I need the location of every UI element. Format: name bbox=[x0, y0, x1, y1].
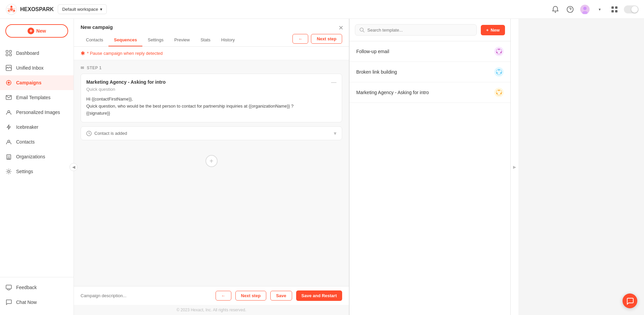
tab-stats[interactable]: Stats bbox=[195, 34, 216, 46]
svg-rect-12 bbox=[611, 6, 614, 9]
campaign-header: New campaig ✕ Contacts Sequences Setting… bbox=[74, 19, 349, 47]
campaign-panel: New campaig ✕ Contacts Sequences Setting… bbox=[74, 19, 349, 315]
new-template-label: New bbox=[491, 28, 500, 33]
apps-grid-icon[interactable] bbox=[609, 4, 620, 15]
template-name: Broken link building bbox=[356, 69, 397, 75]
campaign-description-input[interactable] bbox=[81, 293, 212, 298]
svg-rect-14 bbox=[611, 10, 614, 12]
template-name: Follow-up email bbox=[356, 49, 389, 54]
svg-rect-13 bbox=[615, 6, 617, 9]
sidebar-item-dashboard[interactable]: Dashboard bbox=[0, 46, 74, 61]
arrow-left-icon: ← bbox=[298, 36, 303, 41]
tab-settings[interactable]: Settings bbox=[142, 34, 169, 46]
tab-history[interactable]: History bbox=[216, 34, 240, 46]
contact-icon bbox=[5, 139, 12, 145]
mail-icon bbox=[5, 94, 12, 101]
step-card-subtitle: Quick question bbox=[86, 87, 336, 92]
new-template-button[interactable]: + New bbox=[481, 25, 505, 35]
footer-next-step-button[interactable]: Next step bbox=[235, 291, 267, 301]
svg-point-25 bbox=[8, 111, 10, 113]
sidebar-item-contacts[interactable]: Contacts bbox=[0, 134, 74, 149]
search-box bbox=[355, 24, 477, 36]
chat-icon bbox=[5, 299, 12, 306]
arrow-left-icon: ← bbox=[221, 293, 226, 298]
tab-contacts[interactable]: Contacts bbox=[81, 34, 108, 46]
sidebar-item-campaigns[interactable]: Campaigns bbox=[0, 75, 74, 90]
add-step-button[interactable]: + bbox=[205, 155, 218, 167]
svg-point-3 bbox=[13, 10, 15, 12]
clock-icon bbox=[86, 131, 92, 136]
svg-point-33 bbox=[8, 170, 10, 172]
template-item[interactable]: Marketing Agency - Asking for intro bbox=[350, 82, 510, 103]
prev-step-button[interactable]: ← bbox=[292, 34, 308, 44]
footer-prev-button[interactable]: ← bbox=[216, 291, 231, 301]
svg-point-2 bbox=[10, 6, 12, 8]
sidebar-item-chat-now[interactable]: Chat Now bbox=[0, 295, 74, 310]
svg-point-41 bbox=[496, 52, 498, 53]
envelope-icon: ✉ bbox=[81, 66, 84, 70]
sidebar-label: Personalized Images bbox=[16, 110, 60, 115]
notification-icon[interactable] bbox=[550, 4, 561, 15]
feedback-icon bbox=[5, 284, 12, 291]
sidebar-item-icebreaker[interactable]: Icebreaker bbox=[0, 120, 74, 134]
toggle-knob bbox=[631, 6, 638, 13]
sidebar-item-settings[interactable]: Settings bbox=[0, 164, 74, 179]
new-button[interactable]: + New bbox=[5, 24, 68, 38]
sidebar-item-personalized-images[interactable]: Personalized Images bbox=[0, 105, 74, 120]
svg-point-5 bbox=[10, 8, 13, 11]
template-name: Marketing Agency - Asking for intro bbox=[356, 90, 429, 95]
next-step-label: Next step bbox=[317, 36, 336, 41]
gear-icon bbox=[5, 168, 12, 175]
avatar[interactable] bbox=[580, 4, 590, 15]
template-icon bbox=[494, 47, 504, 56]
sidebar-item-feedback[interactable]: Feedback bbox=[0, 280, 74, 295]
main-layout: + New Dashboard bbox=[0, 19, 644, 315]
svg-point-47 bbox=[498, 90, 500, 91]
search-input[interactable] bbox=[367, 28, 472, 33]
save-restart-button[interactable]: Save and Restart bbox=[296, 290, 342, 301]
sidebar-label: Unified Inbox bbox=[16, 65, 44, 71]
svg-point-40 bbox=[500, 52, 502, 53]
sidebar-navigation: Dashboard Unified Inbox bbox=[0, 43, 74, 277]
svg-rect-27 bbox=[7, 155, 11, 159]
svg-point-39 bbox=[498, 49, 500, 50]
save-button[interactable]: Save bbox=[270, 291, 292, 301]
svg-point-44 bbox=[500, 72, 502, 74]
sidebar-label: Feedback bbox=[16, 285, 37, 290]
svg-point-49 bbox=[496, 93, 498, 94]
footer-next-label: Next step bbox=[241, 293, 261, 298]
next-step-button[interactable]: Next step bbox=[311, 34, 342, 44]
step-label: ✉ STEP 1 bbox=[81, 66, 342, 70]
tab-sequences[interactable]: Sequences bbox=[108, 34, 142, 46]
right-panel-expand[interactable]: ▶ bbox=[510, 19, 518, 315]
top-navigation: HEXOSPARK Default workspace ▾ bbox=[0, 0, 644, 19]
step-card-title: Marketing Agency - Asking for intro bbox=[86, 79, 166, 85]
campaign-tabs: Contacts Sequences Settings Preview Stat… bbox=[81, 34, 240, 46]
template-item[interactable]: Follow-up email bbox=[350, 41, 510, 62]
trigger-row[interactable]: Contact is added ▾ bbox=[81, 126, 342, 140]
save-restart-label: Save and Restart bbox=[302, 293, 337, 298]
new-button-label: New bbox=[36, 28, 46, 34]
chevron-down-icon[interactable]: ▾ bbox=[594, 4, 605, 15]
sidebar-label: Dashboard bbox=[16, 50, 39, 56]
workspace-selector[interactable]: Default workspace ▾ bbox=[58, 4, 107, 14]
sidebar-collapse-button[interactable]: ◀ bbox=[70, 163, 78, 171]
sidebar-item-email-templates[interactable]: Email Templates bbox=[0, 90, 74, 105]
sidebar-label: Icebreaker bbox=[16, 124, 38, 130]
chevron-right-icon: ▶ bbox=[513, 165, 516, 169]
sidebar-item-organizations[interactable]: Organizations bbox=[0, 149, 74, 164]
chat-bubble-button[interactable] bbox=[623, 293, 637, 308]
template-item[interactable]: Broken link building bbox=[350, 62, 510, 82]
sequence-content: ✉ STEP 1 Marketing Agency - Asking for i… bbox=[74, 60, 349, 286]
workspace-label: Default workspace bbox=[62, 7, 98, 12]
help-icon[interactable] bbox=[565, 4, 576, 15]
close-icon[interactable]: ✕ bbox=[338, 24, 343, 32]
sidebar-label: Chat Now bbox=[16, 300, 37, 305]
theme-toggle[interactable] bbox=[624, 5, 639, 13]
sidebar-item-unified-inbox[interactable]: Unified Inbox bbox=[0, 61, 74, 75]
sidebar-bottom: Feedback Chat Now bbox=[0, 277, 74, 315]
nav-left: HEXOSPARK Default workspace ▾ bbox=[5, 3, 107, 15]
campaign-footer-controls: ← Next step Save Save and Restart bbox=[74, 286, 349, 305]
minimize-icon[interactable]: — bbox=[331, 79, 336, 85]
tab-preview[interactable]: Preview bbox=[169, 34, 195, 46]
